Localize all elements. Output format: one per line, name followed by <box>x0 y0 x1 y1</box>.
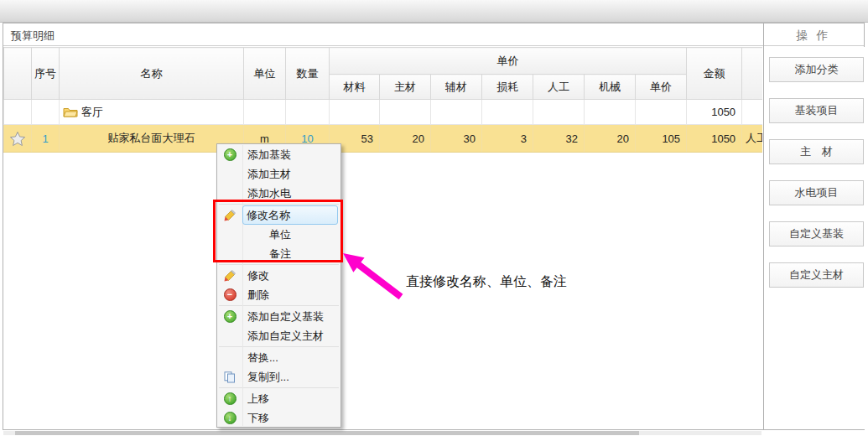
menu-item-replace[interactable]: 替换... <box>217 348 340 367</box>
budget-table: 序号 名称 单位 数量 单价 金额 材料 主材 辅材 损耗 人工 <box>3 47 762 153</box>
menu-item-delete[interactable]: − 删除 <box>217 285 340 304</box>
col-header-loss: 损耗 <box>482 75 533 100</box>
row-aux-material: 30 <box>431 125 482 153</box>
top-bar <box>0 0 868 23</box>
row-unit-price: 105 <box>636 125 687 153</box>
menu-item-copy-to[interactable]: 复制到... <box>217 367 340 387</box>
down-icon: ↓ <box>224 412 236 424</box>
menu-item-add-custom-base[interactable]: + 添加自定义基装 <box>217 307 340 326</box>
col-header-amount: 金额 <box>687 48 742 100</box>
menu-item-add-custom-main[interactable]: 添加自定义主材 <box>217 326 340 345</box>
menu-separator <box>219 204 339 205</box>
col-header-favorite <box>4 48 32 100</box>
plumbing-item-button[interactable]: 水电项目 <box>769 180 864 205</box>
row-amount: 1050 <box>687 125 742 153</box>
col-header-unit: 单位 <box>244 48 286 100</box>
col-header-machine: 机械 <box>585 75 636 100</box>
menu-item-edit-name[interactable]: 修改名称 <box>217 205 340 225</box>
favorite-cell <box>4 100 32 125</box>
category-amount: 1050 <box>687 100 742 125</box>
operations-sidebar: 添加分类 基装项目 主 材 水电项目 自定义基装 自定义主材 <box>764 47 865 429</box>
folder-icon <box>63 106 78 118</box>
add-icon: + <box>224 310 236 323</box>
budget-table-area: 序号 名称 单位 数量 单价 金额 材料 主材 辅材 损耗 人工 <box>3 47 762 426</box>
col-header-mainmaterial: 主材 <box>380 75 431 100</box>
operations-title: 操 作 <box>763 29 864 44</box>
panel-header: 预算明细 操 作 <box>3 23 864 46</box>
annotation-text: 直接修改名称、单位、备注 <box>406 273 567 291</box>
menu-separator <box>219 305 339 306</box>
menu-separator <box>219 387 339 388</box>
menu-separator <box>219 346 339 347</box>
panel-title: 预算明细 <box>11 29 55 44</box>
add-icon: + <box>224 148 236 161</box>
menu-item-edit-unit[interactable]: 单位 <box>217 225 340 244</box>
table-row-selected[interactable]: 1 贴家私台面大理石 m 10 53 20 30 3 32 20 105 105… <box>4 125 763 153</box>
menu-item-edit[interactable]: 修改 <box>217 266 340 285</box>
context-menu: + 添加基装 添加主材 添加水电 修改名称 单位 备注 <box>216 143 341 428</box>
row-remark: 人工 <box>742 125 762 153</box>
pencil-icon <box>224 210 236 221</box>
col-header-unitprice: 单价 <box>636 75 687 100</box>
menu-item-move-up[interactable]: ↑ 上移 <box>217 389 340 408</box>
row-labor: 32 <box>533 125 585 153</box>
screen: 预算明细 操 作 序号 名称 单位 数量 <box>0 0 868 436</box>
row-machine: 20 <box>585 125 636 153</box>
custom-base-button[interactable]: 自定义基装 <box>769 221 864 247</box>
col-header-qty: 数量 <box>286 48 330 100</box>
delete-icon: − <box>224 288 236 301</box>
row-seq-link[interactable]: 1 <box>32 125 60 153</box>
custom-main-material-button[interactable]: 自定义主材 <box>769 262 864 288</box>
menu-item-add-base[interactable]: + 添加基装 <box>217 145 340 164</box>
col-header-unitprice-group: 单价 <box>330 48 687 75</box>
menu-item-move-down[interactable]: ↓ 下移 <box>217 408 340 428</box>
up-icon: ↑ <box>224 392 236 405</box>
main-material-button[interactable]: 主 材 <box>769 139 864 164</box>
favorite-cell[interactable] <box>4 125 32 153</box>
menu-item-add-plumbing[interactable]: 添加水电 <box>217 184 340 203</box>
menu-separator <box>219 264 339 265</box>
col-header-material: 材料 <box>330 75 380 100</box>
scrollbar-thumb[interactable] <box>15 431 639 435</box>
menu-item-add-main-material[interactable]: 添加主材 <box>217 164 340 184</box>
col-header-remark <box>742 48 762 100</box>
base-decoration-item-button[interactable]: 基装项目 <box>769 98 864 123</box>
row-main-material: 20 <box>380 125 431 153</box>
horizontal-scrollbar[interactable] <box>3 431 761 435</box>
budget-panel: 预算明细 操 作 序号 名称 单位 数量 <box>3 23 865 430</box>
category-name: 客厅 <box>81 105 103 120</box>
category-name-cell[interactable]: 客厅 <box>60 100 244 125</box>
menu-item-edit-remark[interactable]: 备注 <box>217 244 340 263</box>
row-loss: 3 <box>482 125 533 153</box>
pencil-icon <box>224 270 236 282</box>
col-header-name: 名称 <box>60 48 244 100</box>
star-icon <box>9 131 26 147</box>
copy-icon <box>224 371 236 383</box>
add-category-button[interactable]: 添加分类 <box>769 57 864 82</box>
col-header-auxmaterial: 辅材 <box>431 75 482 100</box>
col-header-seq: 序号 <box>32 48 60 100</box>
col-header-labor: 人工 <box>533 75 585 100</box>
category-row[interactable]: 客厅 1050 <box>4 100 763 125</box>
